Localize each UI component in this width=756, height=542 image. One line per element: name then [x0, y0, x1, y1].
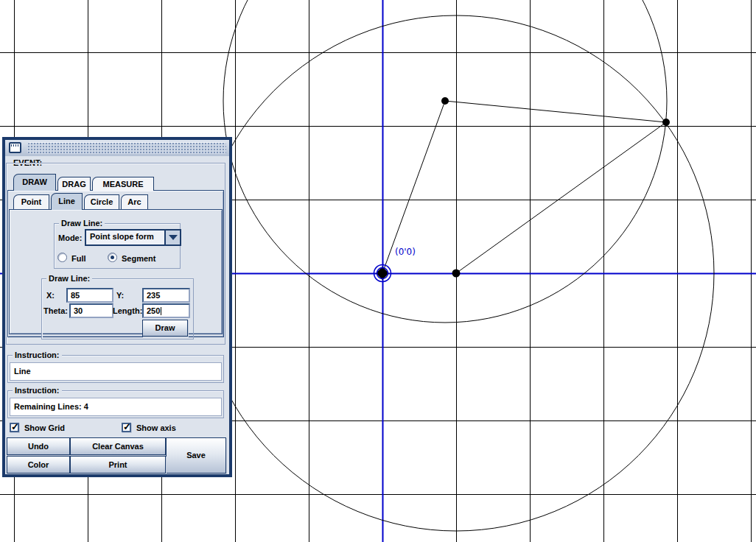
theta-input-value: 30: [74, 306, 83, 315]
radio-full[interactable]: [57, 253, 67, 262]
point-right[interactable]: [662, 119, 670, 126]
window-icon-strip: [11, 144, 19, 147]
mode-group-title: Draw Line:: [59, 219, 105, 228]
instruction2-value: Remaining Lines: 4: [14, 402, 88, 411]
tab-draw[interactable]: DRAW: [13, 174, 56, 191]
chevron-down-icon: [169, 235, 178, 240]
subtab-line-label: Line: [58, 197, 75, 205]
print-button[interactable]: Print: [70, 456, 166, 474]
mode-combobox-dropdown-button[interactable]: [164, 230, 180, 244]
undo-button[interactable]: Undo: [7, 437, 70, 455]
radio-full-label: Full: [71, 254, 86, 263]
draw-button-label: Draw: [155, 320, 175, 336]
tab-measure[interactable]: MEASURE: [92, 177, 154, 191]
y-input-value: 235: [147, 291, 160, 300]
show-grid-checkbox[interactable]: [10, 423, 19, 432]
subtab-point-label: Point: [21, 197, 42, 206]
length-input-value: 250: [147, 306, 160, 315]
app-root: { "panel": { "event_label": "EVENT:", "t…: [0, 0, 756, 542]
x-input[interactable]: 85: [66, 288, 113, 303]
clear-canvas-button[interactable]: Clear Canvas: [70, 437, 166, 455]
tab-drag-label: DRAG: [62, 180, 85, 189]
subtab-arc[interactable]: Arc: [121, 194, 148, 210]
show-axis-checkbox[interactable]: [122, 423, 131, 432]
instruction2-field[interactable]: Remaining Lines: 4: [10, 398, 222, 416]
subtab-arc-label: Arc: [127, 197, 141, 206]
panel-title-bar[interactable]: [5, 140, 229, 156]
radio-segment[interactable]: [108, 253, 117, 262]
save-button-label: Save: [186, 438, 206, 473]
y-input[interactable]: 235: [142, 288, 190, 303]
x-label: X:: [46, 291, 55, 300]
subtab-line[interactable]: Line: [51, 193, 83, 210]
show-axis-label: Show axis: [136, 423, 176, 432]
origin-coordinate-label: (0'0): [395, 247, 416, 257]
undo-button-label: Undo: [28, 438, 49, 454]
clear-canvas-button-label: Clear Canvas: [92, 438, 144, 454]
color-button[interactable]: Color: [7, 456, 70, 474]
text-caret: [161, 307, 161, 315]
subtab-circle[interactable]: Circle: [84, 194, 119, 210]
show-grid-label: Show Grid: [24, 423, 65, 432]
y-label: Y:: [116, 291, 124, 300]
x-input-value: 85: [71, 291, 80, 300]
coord-group-title: Draw Line:: [46, 274, 92, 283]
point-on-axis[interactable]: [452, 270, 461, 278]
tab-drag[interactable]: DRAG: [57, 177, 91, 191]
print-button-label: Print: [108, 457, 127, 473]
subtab-point[interactable]: Point: [13, 194, 49, 210]
radio-segment-label: Segment: [122, 254, 155, 263]
theta-label: Theta:: [43, 306, 68, 315]
tool-palette-window: EVENT: DRAW DRAG MEASURE Point Line Circ…: [2, 137, 232, 477]
instruction1-value: Line: [14, 367, 31, 376]
save-button[interactable]: Save: [166, 437, 226, 474]
length-label: Length:: [113, 306, 142, 315]
instruction1-title: Instruction:: [13, 351, 62, 359]
theta-input[interactable]: 30: [69, 303, 113, 318]
tab-measure-label: MEASURE: [102, 180, 143, 189]
mode-combobox[interactable]: Point slope form: [85, 229, 181, 246]
instruction2-title: Instruction:: [13, 386, 62, 395]
window-icon: [9, 142, 21, 153]
mode-combobox-value: Point slope form: [86, 230, 164, 244]
instruction1-field[interactable]: Line: [10, 362, 222, 381]
length-input[interactable]: 250: [142, 303, 190, 318]
draw-button[interactable]: Draw: [142, 320, 188, 337]
color-button-label: Color: [28, 457, 49, 473]
mode-label: Mode:: [58, 233, 82, 242]
subtab-circle-label: Circle: [91, 197, 113, 206]
tab-draw-label: DRAW: [22, 177, 47, 186]
point-top[interactable]: [441, 97, 449, 105]
title-bar-texture[interactable]: [27, 142, 226, 154]
